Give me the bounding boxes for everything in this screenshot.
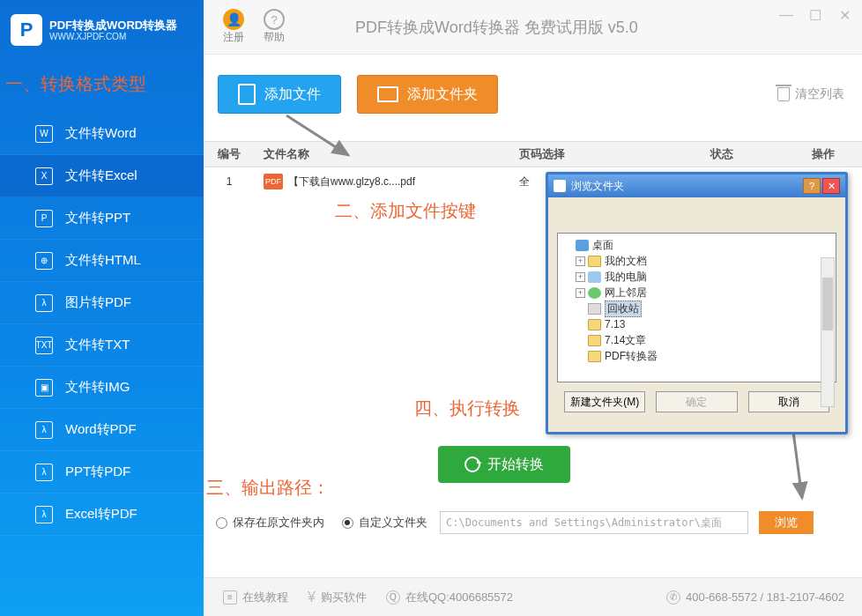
tree-item[interactable]: +我的文档 bbox=[563, 253, 830, 269]
sidebar-item-4[interactable]: λ图片转PDF bbox=[0, 282, 204, 324]
expand-icon[interactable]: + bbox=[576, 272, 585, 282]
tree-item[interactable]: 7.13 bbox=[563, 316, 830, 332]
sidebar-item-label: 图片转PDF bbox=[65, 294, 131, 311]
phone-label: ✆ 400-668-5572 / 181-2107-4602 bbox=[666, 590, 844, 605]
sidebar-item-1[interactable]: X文件转Excel bbox=[0, 155, 204, 197]
format-icon: λ bbox=[35, 506, 53, 523]
sidebar-item-label: Excel转PDF bbox=[65, 506, 137, 523]
minimize-button[interactable]: — bbox=[779, 7, 791, 19]
dialog-help-button[interactable]: ? bbox=[803, 178, 821, 194]
sidebar-item-8[interactable]: λPPT转PDF bbox=[0, 451, 204, 494]
tree-item[interactable]: +网上邻居 bbox=[563, 285, 830, 301]
format-icon: λ bbox=[35, 464, 53, 481]
sidebar-item-label: PPT转PDF bbox=[65, 464, 130, 480]
radio-same-folder[interactable] bbox=[216, 517, 227, 529]
sidebar-item-5[interactable]: TXT文件转TXT bbox=[0, 324, 204, 367]
clear-list-button[interactable]: 清空列表 bbox=[777, 86, 844, 102]
sidebar-item-7[interactable]: λWord转PDF bbox=[0, 409, 204, 451]
sidebar-item-9[interactable]: λExcel转PDF bbox=[0, 494, 204, 536]
sidebar-item-label: 文件转Word bbox=[65, 125, 137, 142]
th-name: 文件名称 bbox=[255, 146, 519, 162]
tutorial-link[interactable]: ≡ 在线教程 bbox=[223, 590, 288, 605]
tree-item[interactable]: PDF转换器 bbox=[563, 348, 830, 364]
expand-icon[interactable]: + bbox=[576, 288, 585, 298]
maximize-button[interactable]: ☐ bbox=[809, 7, 821, 19]
folder-icon bbox=[588, 351, 601, 362]
format-icon: TXT bbox=[35, 337, 53, 354]
sidebar-item-label: 文件转IMG bbox=[65, 379, 130, 396]
expand-icon[interactable]: + bbox=[576, 256, 585, 266]
help-button[interactable]: ? 帮助 bbox=[264, 9, 285, 45]
sidebar-item-3[interactable]: ⊕文件转HTML bbox=[0, 240, 204, 282]
radio-custom-folder[interactable] bbox=[342, 517, 353, 529]
app-title: PDF转换成Word转换器 免费试用版 v5.0 bbox=[355, 17, 638, 38]
th-num: 编号 bbox=[204, 146, 255, 162]
browse-folder-dialog: 浏览文件夹 ? ✕ 桌面+我的文档+我的电脑+网上邻居回收站7.137.14文章… bbox=[546, 172, 848, 434]
format-icon: ▣ bbox=[35, 379, 53, 397]
output-path-input[interactable] bbox=[440, 511, 748, 534]
tree-item[interactable]: 桌面 bbox=[563, 237, 830, 253]
tree-item[interactable]: 7.14文章 bbox=[563, 332, 830, 348]
format-icon: ⊕ bbox=[35, 252, 53, 270]
add-folder-label: 添加文件夹 bbox=[407, 85, 478, 104]
folder-icon bbox=[588, 335, 601, 346]
tree-scrollbar[interactable] bbox=[821, 257, 835, 407]
tree-label: 7.13 bbox=[605, 318, 625, 330]
cancel-button[interactable]: 取消 bbox=[748, 391, 829, 412]
dialog-titlebar[interactable]: 浏览文件夹 ? ✕ bbox=[548, 174, 845, 197]
sidebar-item-label: 文件转TXT bbox=[65, 337, 130, 353]
browse-button[interactable]: 浏览 bbox=[759, 511, 814, 534]
tree-label: 回收站 bbox=[605, 301, 642, 317]
tree-item[interactable]: +我的电脑 bbox=[563, 269, 830, 285]
action-bar: 添加文件 添加文件夹 清空列表 bbox=[218, 72, 844, 116]
sidebar-item-6[interactable]: ▣文件转IMG bbox=[0, 367, 204, 409]
file-icon bbox=[238, 84, 256, 105]
folder-icon bbox=[377, 86, 398, 102]
logo-icon: P bbox=[11, 14, 42, 46]
tree-label: 网上邻居 bbox=[605, 286, 647, 301]
footer: ≡ 在线教程 ¥ 购买软件 Q 在线QQ:4006685572 ✆ 400-66… bbox=[204, 577, 862, 616]
doc-icon: ≡ bbox=[223, 590, 237, 605]
start-convert-button[interactable]: 开始转换 bbox=[438, 446, 570, 483]
dialog-close-button[interactable]: ✕ bbox=[822, 178, 840, 194]
format-icon: X bbox=[35, 167, 53, 185]
logo-title: PDF转换成WORD转换器 bbox=[49, 19, 177, 33]
sidebar-item-2[interactable]: P文件转PPT bbox=[0, 197, 204, 240]
ok-button[interactable]: 确定 bbox=[656, 391, 737, 412]
th-status: 状态 bbox=[660, 146, 784, 162]
dialog-icon bbox=[554, 180, 566, 192]
label-same-folder: 保存在原文件夹内 bbox=[233, 515, 324, 531]
pdf-icon: PDF bbox=[264, 174, 283, 189]
tree-item[interactable]: 回收站 bbox=[563, 301, 830, 316]
buy-link[interactable]: ¥ 购买软件 bbox=[308, 590, 367, 605]
new-folder-button[interactable]: 新建文件夹(M) bbox=[564, 391, 645, 412]
add-file-button[interactable]: 添加文件 bbox=[218, 75, 341, 114]
close-button[interactable]: ✕ bbox=[839, 7, 851, 19]
sidebar-item-label: 文件转HTML bbox=[65, 252, 141, 269]
sidebar-item-label: Word转PDF bbox=[65, 421, 137, 438]
trash-icon bbox=[777, 87, 790, 101]
desk-icon bbox=[576, 240, 589, 251]
start-label: 开始转换 bbox=[487, 456, 544, 474]
register-button[interactable]: 👤 注册 bbox=[223, 9, 244, 45]
annotation-4: 四、执行转换 bbox=[414, 397, 520, 420]
add-folder-button[interactable]: 添加文件夹 bbox=[357, 75, 498, 114]
header: 👤 注册 ? 帮助 PDF转换成Word转换器 免费试用版 v5.0 — ☐ ✕ bbox=[204, 0, 862, 55]
help-label: 帮助 bbox=[264, 30, 285, 45]
format-icon: P bbox=[35, 210, 53, 227]
phone-icon: ✆ bbox=[666, 590, 680, 605]
format-icon: W bbox=[35, 125, 53, 143]
qq-link[interactable]: Q 在线QQ:4006685572 bbox=[386, 590, 513, 605]
comp-icon bbox=[588, 271, 601, 283]
sidebar-item-label: 文件转PPT bbox=[65, 210, 130, 226]
th-pages: 页码选择 bbox=[519, 146, 660, 162]
tree-label: 桌面 bbox=[592, 238, 613, 253]
qq-icon: Q bbox=[386, 590, 400, 605]
logo-url: WWW.XJPDF.COM bbox=[49, 32, 177, 41]
svg-line-1 bbox=[793, 432, 802, 498]
register-label: 注册 bbox=[223, 30, 244, 45]
folder-tree[interactable]: 桌面+我的文档+我的电脑+网上邻居回收站7.137.14文章PDF转换器 bbox=[557, 233, 836, 382]
tree-label: 我的电脑 bbox=[605, 270, 647, 285]
format-icon: λ bbox=[35, 421, 53, 439]
sidebar-item-0[interactable]: W文件转Word bbox=[0, 113, 204, 155]
